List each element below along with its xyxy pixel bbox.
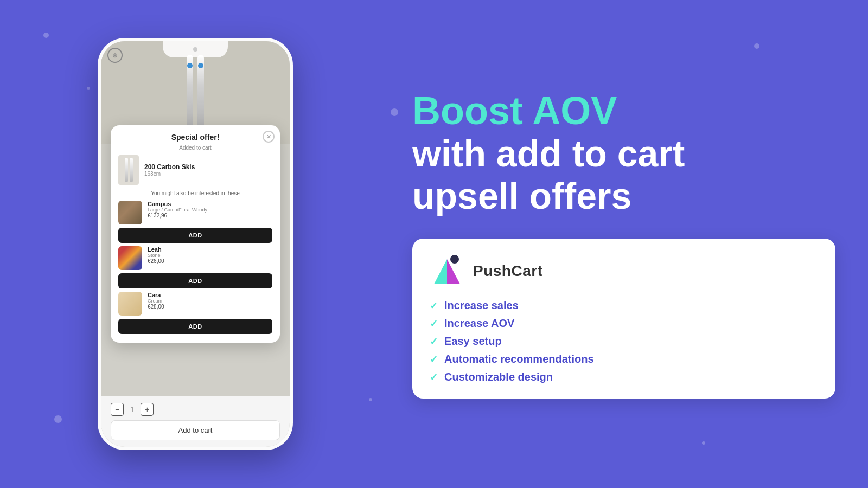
product-variant-3: Cream: [148, 298, 164, 304]
app-name: PushCart: [473, 262, 542, 280]
check-icon-2: ✓: [430, 318, 438, 330]
phone-notch: [163, 41, 228, 57]
modal-close-button[interactable]: ✕: [263, 131, 275, 143]
modal-title: Special offer!: [118, 133, 272, 142]
app-logo-svg: [430, 254, 464, 288]
phone-frame: ⊕ ✕ Special offer! Added to cart: [98, 38, 293, 450]
quantity-value: 1: [130, 406, 134, 414]
sweater-image: [118, 292, 142, 316]
feature-text-2: Increase AOV: [444, 317, 514, 330]
feature-item-5: ✓ Customizable design: [430, 371, 818, 383]
app-logo: [430, 254, 464, 288]
hero-product-variant: 163cm: [144, 171, 195, 177]
product-info-3: Cara Cream €28,00: [148, 292, 164, 310]
feature-text-3: Easy setup: [444, 335, 502, 348]
check-icon-1: ✓: [430, 300, 438, 312]
product-variant-2: Stone: [148, 253, 164, 258]
feature-item-1: ✓ Increase sales: [430, 299, 818, 312]
quantity-plus-button[interactable]: +: [141, 403, 154, 416]
feature-item-2: ✓ Increase AOV: [430, 317, 818, 330]
phone-mockup-section: ⊕ ✕ Special offer! Added to cart: [0, 0, 391, 488]
product-price-3: €28,00: [148, 304, 164, 310]
add-button-3[interactable]: ADD: [118, 319, 272, 334]
product-variant-1: Large / Camo/Floral Woody: [148, 207, 207, 213]
quantity-minus-button[interactable]: −: [111, 403, 124, 416]
product-price-2: €26,00: [148, 258, 164, 264]
headline-boost: Boost AOV: [412, 89, 835, 132]
ski-pole-2: [197, 55, 204, 131]
ski-product-image: [187, 52, 204, 133]
svg-point-0: [450, 255, 459, 264]
features-list: ✓ Increase sales ✓ Increase AOV ✓ Easy s…: [430, 299, 818, 383]
headline-sub2: upsell offers: [412, 175, 835, 217]
product-info-2: Leah Stone €26,00: [148, 246, 164, 264]
feature-item-3: ✓ Easy setup: [430, 335, 818, 348]
add-button-2[interactable]: ADD: [118, 273, 272, 288]
headline-block: Boost AOV with add to cart upsell offers: [412, 89, 835, 217]
phone-bottom-bar: − 1 + Add to cart: [101, 396, 290, 447]
card-header: PushCart: [430, 254, 818, 288]
feature-text-5: Customizable design: [444, 371, 553, 383]
add-button-1[interactable]: ADD: [118, 228, 272, 243]
feature-text-4: Automatic recommendations: [444, 353, 594, 365]
modal-added-label: Added to cart: [118, 145, 272, 151]
hero-product-name: 200 Carbon Skis: [144, 163, 195, 171]
ski-pole-1: [187, 55, 193, 131]
check-icon-4: ✓: [430, 354, 438, 365]
product-thumb-3: [118, 292, 142, 316]
hero-product-info: 200 Carbon Skis 163cm: [144, 163, 195, 177]
jacket-image: [118, 201, 142, 224]
product-price-1: €132,96: [148, 213, 207, 219]
decorative-dot: [702, 441, 705, 445]
add-to-cart-button[interactable]: Add to cart: [111, 420, 280, 440]
headline-sub1: with add to cart: [412, 132, 835, 175]
hero-product-row: 200 Carbon Skis 163cm: [118, 155, 272, 185]
info-card: PushCart ✓ Increase sales ✓ Increase AOV…: [412, 239, 835, 399]
product-name-3: Cara: [148, 292, 164, 298]
feature-text-1: Increase sales: [444, 299, 519, 312]
ski-brand-logo: [187, 63, 193, 68]
ski-brand-logo-2: [198, 63, 203, 68]
phone-screen: ⊕ ✕ Special offer! Added to cart: [101, 41, 290, 447]
product-item-2: Leah Stone €26,00: [118, 246, 272, 270]
check-icon-5: ✓: [430, 371, 438, 383]
decorative-dot: [754, 43, 760, 49]
product-thumb-2: [118, 246, 142, 270]
notch-camera: [193, 47, 197, 52]
feature-item-4: ✓ Automatic recommendations: [430, 353, 818, 365]
product-item-3: Cara Cream €28,00: [118, 292, 272, 316]
product-item-1: Campus Large / Camo/Floral Woody €132,96: [118, 201, 272, 224]
quantity-row: − 1 +: [111, 403, 280, 416]
hat-image: [118, 246, 142, 270]
check-icon-3: ✓: [430, 336, 438, 348]
ski-mini-2: [130, 158, 133, 182]
special-offer-modal: ✕ Special offer! Added to cart 200 Carbo…: [111, 125, 280, 343]
modal-subtitle: You might also be interested in these: [118, 190, 272, 196]
product-name-2: Leah: [148, 246, 164, 253]
decorative-dot: [391, 108, 398, 116]
ski-mini-1: [125, 158, 128, 182]
product-name-1: Campus: [148, 201, 207, 207]
hero-product-image: [118, 155, 139, 185]
right-section: Boost AOV with add to cart upsell offers…: [391, 68, 868, 421]
product-info-1: Campus Large / Camo/Floral Woody €132,96: [148, 201, 207, 219]
zoom-icon: ⊕: [107, 48, 123, 63]
zoom-symbol: ⊕: [112, 52, 118, 59]
product-thumb-1: [118, 201, 142, 224]
